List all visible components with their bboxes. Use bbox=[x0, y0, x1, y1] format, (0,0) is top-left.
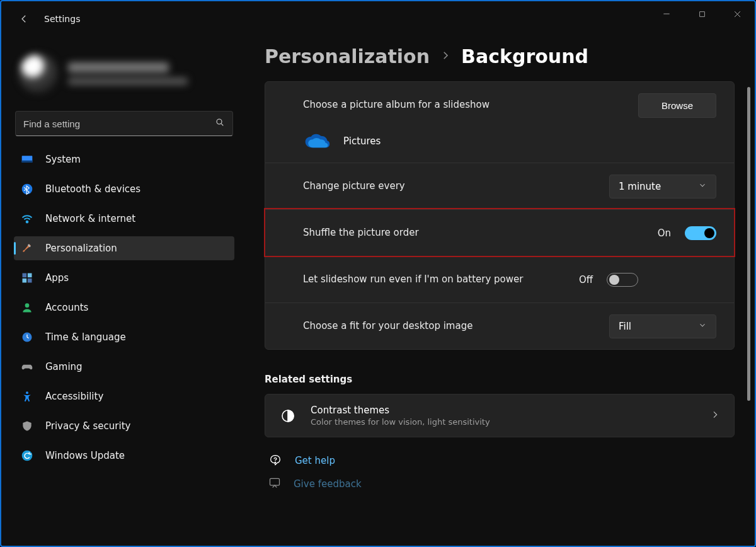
search-icon bbox=[215, 117, 225, 130]
shuffle-toggle[interactable] bbox=[685, 226, 716, 240]
apps-icon bbox=[20, 271, 34, 285]
bluetooth-icon bbox=[20, 182, 34, 196]
display-icon bbox=[20, 153, 34, 166]
sidebar-item-gaming[interactable]: Gaming bbox=[14, 355, 234, 379]
sidebar-item-label: Time & language bbox=[45, 331, 126, 343]
browse-button[interactable]: Browse bbox=[638, 93, 716, 118]
row-label: Change picture every bbox=[303, 180, 598, 193]
svg-point-5 bbox=[26, 221, 28, 223]
toggle-state-label: On bbox=[658, 227, 671, 239]
chevron-down-icon bbox=[698, 181, 707, 192]
sidebar-item-system[interactable]: System bbox=[14, 147, 234, 171]
get-help-row[interactable]: Get help bbox=[265, 454, 735, 468]
svg-rect-8 bbox=[23, 279, 27, 283]
sidebar-item-label: System bbox=[45, 154, 81, 165]
sidebar-item-label: Accounts bbox=[45, 302, 88, 313]
svg-rect-0 bbox=[699, 11, 704, 16]
link-title: Contrast themes bbox=[311, 405, 696, 416]
sidebar-item-personalization[interactable]: Personalization bbox=[14, 236, 234, 260]
sidebar-item-bluetooth[interactable]: Bluetooth & devices bbox=[14, 177, 234, 201]
breadcrumb-parent[interactable]: Personalization bbox=[265, 45, 430, 67]
avatar bbox=[19, 54, 58, 93]
chevron-right-icon bbox=[710, 410, 720, 422]
chevron-down-icon bbox=[698, 321, 707, 332]
fit-row: Choose a fit for your desktop image Fill bbox=[265, 302, 734, 349]
contrast-icon bbox=[279, 407, 297, 425]
scrollbar[interactable] bbox=[746, 37, 755, 546]
sidebar-item-label: Apps bbox=[45, 272, 69, 284]
sidebar-item-privacy[interactable]: Privacy & security bbox=[14, 414, 234, 438]
paintbrush-icon bbox=[20, 241, 34, 255]
change-interval-row: Change picture every 1 minute bbox=[265, 163, 734, 209]
person-icon bbox=[20, 301, 34, 314]
svg-rect-3 bbox=[22, 161, 33, 163]
onedrive-icon bbox=[303, 132, 329, 150]
sidebar-item-label: Personalization bbox=[45, 243, 117, 254]
sidebar-item-label: Privacy & security bbox=[45, 420, 130, 432]
shuffle-row: Shuffle the picture order On bbox=[265, 209, 734, 256]
sidebar: System Bluetooth & devices Network & int… bbox=[1, 37, 247, 546]
sidebar-item-label: Gaming bbox=[45, 361, 83, 372]
toggle-state-label: Off bbox=[579, 274, 593, 285]
select-value: 1 minute bbox=[619, 181, 661, 192]
back-button[interactable] bbox=[14, 9, 34, 29]
feedback-icon bbox=[268, 476, 281, 492]
feedback-link[interactable]: Give feedback bbox=[294, 478, 362, 490]
choose-album-row: Choose a picture album for a slideshow B… bbox=[265, 82, 734, 129]
profile-name bbox=[68, 62, 169, 72]
contrast-themes-link[interactable]: Contrast themes Color themes for low vis… bbox=[265, 394, 735, 437]
accessibility-icon bbox=[20, 389, 34, 403]
scrollbar-thumb[interactable] bbox=[747, 87, 750, 401]
gamepad-icon bbox=[20, 360, 34, 374]
content-area: Personalization Background Choose a pict… bbox=[247, 37, 746, 546]
sidebar-item-apps[interactable]: Apps bbox=[14, 266, 234, 290]
sidebar-item-accessibility[interactable]: Accessibility bbox=[14, 384, 234, 408]
svg-rect-9 bbox=[28, 279, 32, 283]
background-settings-panel: Choose a picture album for a slideshow B… bbox=[265, 81, 735, 350]
svg-point-13 bbox=[22, 451, 33, 461]
row-label: Shuffle the picture order bbox=[303, 226, 646, 240]
close-button[interactable] bbox=[719, 1, 755, 26]
give-feedback-row[interactable]: Give feedback bbox=[265, 476, 735, 492]
battery-toggle[interactable] bbox=[607, 273, 638, 287]
window-title: Settings bbox=[44, 14, 80, 24]
sidebar-item-label: Accessibility bbox=[45, 391, 103, 402]
fit-select[interactable]: Fill bbox=[609, 314, 716, 338]
search-box[interactable] bbox=[15, 111, 233, 136]
album-folder-row: Pictures bbox=[265, 129, 734, 163]
title-bar: Settings bbox=[1, 1, 755, 37]
maximize-button[interactable] bbox=[684, 1, 719, 26]
svg-rect-16 bbox=[270, 478, 280, 485]
search-input[interactable] bbox=[23, 118, 215, 129]
related-heading: Related settings bbox=[265, 374, 735, 385]
sidebar-item-update[interactable]: Windows Update bbox=[14, 444, 234, 468]
row-label: Choose a picture album for a slideshow bbox=[303, 98, 627, 112]
update-icon bbox=[20, 449, 34, 463]
svg-point-15 bbox=[275, 462, 275, 463]
link-subtitle: Color themes for low vision, light sensi… bbox=[311, 417, 696, 427]
svg-point-4 bbox=[22, 184, 33, 195]
row-label: Let slideshow run even if I'm on battery… bbox=[303, 273, 568, 287]
breadcrumb-current: Background bbox=[461, 45, 588, 67]
svg-point-1 bbox=[217, 119, 222, 124]
svg-point-10 bbox=[25, 303, 30, 308]
sidebar-item-label: Bluetooth & devices bbox=[45, 183, 140, 195]
album-folder-name: Pictures bbox=[343, 135, 381, 147]
sidebar-item-network[interactable]: Network & internet bbox=[14, 207, 234, 231]
svg-point-12 bbox=[26, 391, 28, 394]
profile-email bbox=[68, 78, 188, 85]
battery-row: Let slideshow run even if I'm on battery… bbox=[265, 256, 734, 302]
help-link[interactable]: Get help bbox=[295, 455, 335, 466]
profile-section[interactable] bbox=[14, 37, 234, 111]
sidebar-item-accounts[interactable]: Accounts bbox=[14, 296, 234, 320]
wifi-icon bbox=[20, 212, 34, 226]
shield-icon bbox=[20, 419, 34, 433]
sidebar-item-time[interactable]: Time & language bbox=[14, 325, 234, 349]
interval-select[interactable]: 1 minute bbox=[609, 175, 716, 199]
chevron-right-icon bbox=[440, 50, 451, 64]
svg-rect-6 bbox=[23, 274, 27, 278]
svg-rect-7 bbox=[28, 274, 32, 278]
sidebar-item-label: Windows Update bbox=[45, 450, 125, 461]
minimize-button[interactable] bbox=[649, 1, 684, 26]
help-icon bbox=[268, 454, 282, 468]
